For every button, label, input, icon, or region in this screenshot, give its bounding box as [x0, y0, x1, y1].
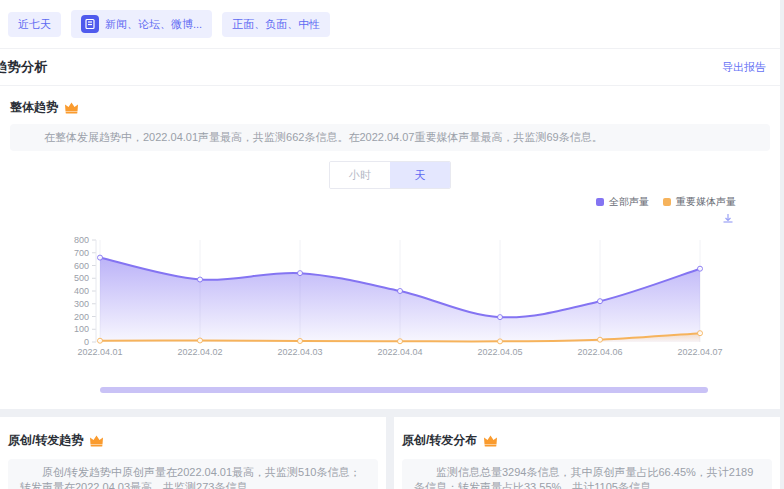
overall-trend-title: 整体趋势	[10, 99, 58, 116]
svg-text:2022.04.03: 2022.04.03	[277, 347, 322, 357]
panel-header: 趋势分析 导出报告	[0, 49, 780, 86]
save-image-icon[interactable]	[722, 211, 734, 229]
page: 近七天 新闻、论坛、微博... 正面、负面、中性 趋势分析 导出报告 整体趋势 …	[0, 0, 780, 489]
legend-item-total-volume[interactable]: 全部声量	[596, 195, 649, 209]
filter-sources[interactable]: 新闻、论坛、微博...	[71, 10, 212, 38]
overall-trend-chart: 80070060050040030020010002022.04.012022.…	[0, 229, 780, 393]
media-source-icon	[81, 15, 99, 33]
legend-marker-media	[663, 198, 671, 206]
page-title: 趋势分析	[0, 58, 48, 76]
card-trend-title: 原创/转发趋势	[8, 432, 83, 449]
legend-label-media: 重要媒体声量	[676, 195, 736, 209]
card-distribution-summary: 监测信息总量3294条信息，其中原创声量占比66.45%，共计2189条信息；转…	[402, 459, 772, 489]
svg-text:700: 700	[74, 248, 89, 258]
svg-text:2022.04.05: 2022.04.05	[477, 347, 522, 357]
card-trend-summary: 原创/转发趋势中原创声量在2022.04.01最高，共监测510条信息；转发声量…	[8, 459, 378, 489]
crown-icon	[64, 101, 79, 114]
svg-text:800: 800	[74, 235, 89, 245]
filter-bar: 近七天 新闻、论坛、微博... 正面、负面、中性	[0, 0, 780, 49]
trend-chart-canvas: 80070060050040030020010002022.04.012022.…	[0, 229, 780, 373]
svg-text:400: 400	[74, 286, 89, 296]
crown-icon	[89, 434, 104, 447]
chart-toolbox	[0, 209, 780, 229]
filter-sentiment[interactable]: 正面、负面、中性	[222, 12, 330, 37]
svg-text:2022.04.06: 2022.04.06	[577, 347, 622, 357]
crown-icon	[483, 434, 498, 447]
granularity-day-button[interactable]: 天	[390, 162, 450, 188]
filter-time-range[interactable]: 近七天	[8, 12, 61, 37]
bottom-cards-row: 原创/转发趋势 原创/转发趋势中原创声量在2022.04.01最高，共监测510…	[0, 417, 780, 489]
card-distribution-title: 原创/转发分布	[402, 432, 477, 449]
svg-text:300: 300	[74, 299, 89, 309]
svg-text:2022.04.01: 2022.04.01	[77, 347, 122, 357]
svg-text:500: 500	[74, 273, 89, 283]
card-original-repost-trend: 原创/转发趋势 原创/转发趋势中原创声量在2022.04.01最高，共监测510…	[0, 417, 386, 489]
export-report-link[interactable]: 导出报告	[722, 60, 766, 75]
svg-text:100: 100	[74, 324, 89, 334]
svg-text:2022.04.04: 2022.04.04	[377, 347, 422, 357]
granularity-toggle: 小时 天	[0, 161, 780, 189]
trend-analysis-panel: 趋势分析 导出报告 整体趋势 在整体发展趋势中，2022.04.01声量最高，共…	[0, 49, 780, 409]
overall-trend-summary: 在整体发展趋势中，2022.04.01声量最高，共监测662条信息。在2022.…	[10, 124, 770, 151]
filter-sources-label: 新闻、论坛、微博...	[105, 17, 202, 32]
chart-legend: 全部声量 重要媒体声量	[0, 189, 780, 209]
legend-marker-total	[596, 198, 604, 206]
card-original-repost-distribution: 原创/转发分布 监测信息总量3294条信息，其中原创声量占比66.45%，共计2…	[394, 417, 780, 489]
legend-item-media-volume[interactable]: 重要媒体声量	[663, 195, 736, 209]
svg-text:0: 0	[84, 337, 89, 347]
svg-text:2022.04.07: 2022.04.07	[677, 347, 722, 357]
svg-text:2022.04.02: 2022.04.02	[177, 347, 222, 357]
filter-time-range-label: 近七天	[18, 17, 51, 32]
filter-sentiment-label: 正面、负面、中性	[232, 17, 320, 32]
svg-text:200: 200	[74, 312, 89, 322]
overall-trend-header: 整体趋势	[0, 86, 780, 124]
svg-text:600: 600	[74, 261, 89, 271]
legend-label-total: 全部声量	[609, 195, 649, 209]
granularity-hour-button[interactable]: 小时	[330, 162, 390, 188]
datazoom-slider[interactable]	[100, 387, 708, 393]
